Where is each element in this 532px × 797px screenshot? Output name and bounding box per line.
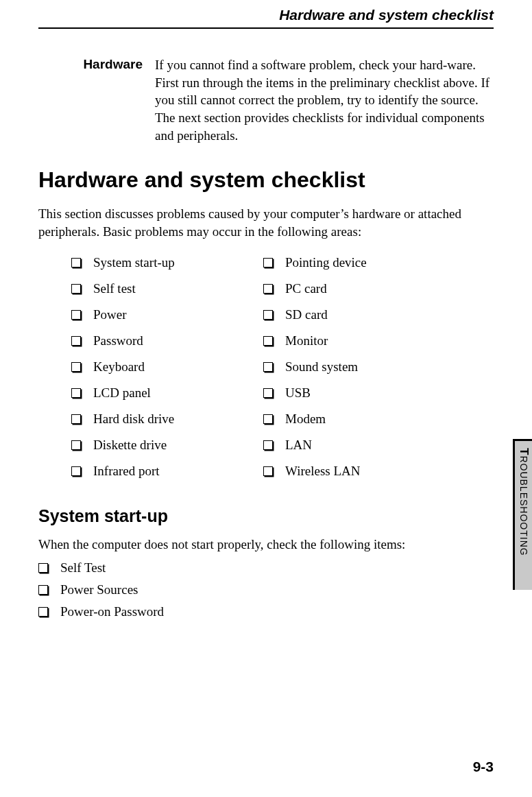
list-item-label: LCD panel: [93, 385, 151, 401]
checkbox-icon: [263, 362, 273, 372]
checkbox-icon: [263, 466, 273, 476]
list-item-label: System start-up: [93, 255, 175, 270]
list-item-label: Wireless LAN: [285, 464, 361, 479]
checklist-columns: System start-upSelf testPowerPasswordKey…: [71, 255, 494, 490]
checkbox-icon: [71, 336, 81, 346]
list-item-label: Diskette drive: [93, 438, 167, 453]
checkbox-icon: [38, 585, 48, 595]
list-item: Diskette drive: [71, 438, 263, 453]
list-item: Keyboard: [71, 359, 263, 374]
list-item-label: Pointing device: [285, 255, 367, 270]
side-tab-first-letter: T: [518, 448, 531, 455]
checkbox-icon: [71, 284, 81, 294]
side-tab-text: TROUBLESHOOTING: [517, 448, 531, 556]
checkbox-icon: [38, 607, 48, 617]
list-item: Password: [71, 333, 263, 348]
list-item: Self test: [71, 281, 263, 296]
heading-main: Hardware and system checklist: [38, 167, 494, 193]
checkbox-icon: [263, 388, 273, 398]
hardware-body: If you cannot find a software problem, c…: [155, 56, 494, 144]
list-item-label: Hard disk drive: [93, 412, 174, 427]
running-head: Hardware and system checklist: [38, 0, 494, 27]
checkbox-icon: [38, 563, 48, 573]
list-item: Power: [71, 307, 263, 322]
list-item-label: Power Sources: [60, 582, 138, 597]
checkbox-icon: [263, 336, 273, 346]
hardware-label: Hardware: [38, 56, 155, 144]
checkbox-icon: [71, 414, 81, 424]
list-item-label: Power-on Password: [60, 604, 164, 619]
list-item: Wireless LAN: [263, 464, 455, 479]
checklist-col-right: Pointing devicePC cardSD cardMonitorSoun…: [263, 255, 455, 490]
list-item-label: LAN: [285, 438, 312, 453]
checkbox-icon: [71, 440, 81, 450]
checklist-col-left: System start-upSelf testPowerPasswordKey…: [71, 255, 263, 490]
checkbox-icon: [263, 284, 273, 294]
intro-paragraph: This section discusses problems caused b…: [38, 205, 494, 240]
list-item: Modem: [263, 412, 455, 427]
list-item-label: PC card: [285, 281, 327, 296]
list-item-label: Password: [93, 333, 143, 348]
checkbox-icon: [263, 440, 273, 450]
list-item: Power Sources: [38, 582, 494, 597]
list-item: PC card: [263, 281, 455, 296]
hardware-section: Hardware If you cannot find a software p…: [38, 56, 494, 144]
list-item: System start-up: [71, 255, 263, 270]
page-number: 9-3: [473, 759, 494, 775]
list-item: USB: [263, 385, 455, 401]
list-item-label: Modem: [285, 412, 326, 427]
list-item-label: Sound system: [285, 359, 358, 374]
checkbox-icon: [71, 362, 81, 372]
side-tab-rest: ROUBLESHOOTING: [518, 455, 529, 556]
list-item-label: Monitor: [285, 333, 328, 348]
checkbox-icon: [71, 388, 81, 398]
checkbox-icon: [263, 310, 273, 320]
heading-sub: System start-up: [38, 506, 494, 526]
list-item-label: USB: [285, 385, 311, 401]
header-rule: [38, 27, 494, 29]
list-item: SD card: [263, 307, 455, 322]
list-item: LAN: [263, 438, 455, 453]
list-item: Sound system: [263, 359, 455, 374]
sub-list: Self TestPower SourcesPower-on Password: [38, 560, 494, 619]
checkbox-icon: [71, 258, 81, 267]
checkbox-icon: [263, 414, 273, 424]
list-item: Pointing device: [263, 255, 455, 270]
side-tab: TROUBLESHOOTING: [513, 439, 532, 590]
list-item-label: Self test: [93, 281, 136, 296]
checkbox-icon: [71, 310, 81, 320]
list-item: Hard disk drive: [71, 412, 263, 427]
list-item-label: SD card: [285, 307, 328, 322]
list-item-label: Self Test: [60, 560, 106, 575]
list-item-label: Keyboard: [93, 359, 145, 374]
list-item-label: Infrared port: [93, 464, 160, 479]
list-item: Monitor: [263, 333, 455, 348]
sub-intro: When the computer does not start properl…: [38, 536, 494, 554]
checkbox-icon: [71, 466, 81, 476]
list-item-label: Power: [93, 307, 127, 322]
list-item: Power-on Password: [38, 604, 494, 619]
list-item: LCD panel: [71, 385, 263, 401]
checkbox-icon: [263, 258, 273, 267]
list-item: Self Test: [38, 560, 494, 575]
list-item: Infrared port: [71, 464, 263, 479]
